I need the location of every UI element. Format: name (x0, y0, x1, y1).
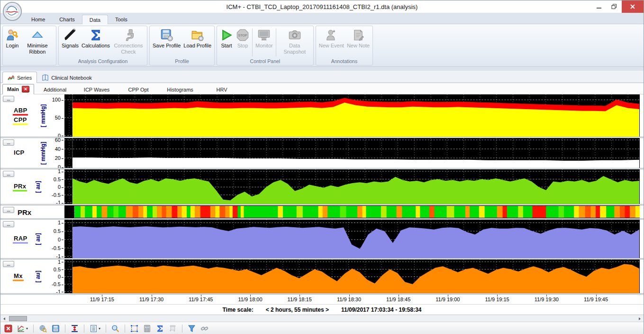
restore-button[interactable] (607, 0, 622, 13)
legend-item-cpp[interactable]: CPP (13, 116, 28, 125)
legend-item-abp[interactable]: ABP (13, 106, 28, 115)
plot-abp_cpp[interactable] (64, 94, 640, 137)
minimise-ribbon-icon (31, 28, 44, 42)
ribbon: LoginMinimise RibbonSignalsCalculationsC… (0, 24, 644, 67)
legend-item-prx[interactable]: PRx (13, 182, 27, 191)
y-tick-label: -1 (56, 200, 63, 204)
legend-color-line (13, 114, 28, 115)
signals-icon (63, 28, 77, 42)
panel-side-prx: ...PRx[ au]10.50-0.5-1 (0, 169, 64, 204)
x-axis-label: 11/9 18:45 (386, 297, 410, 302)
calculations-label: Calculations (82, 43, 110, 49)
signals-label: Signals (62, 43, 79, 49)
ribbon-tab-data[interactable]: Data (82, 15, 108, 24)
panel-options-button-prx_bar[interactable]: ... (3, 207, 14, 213)
y-axis-unit: [ au] (35, 181, 41, 193)
horizontal-scrollbar[interactable] (0, 315, 644, 322)
calculations-button[interactable]: Calculations (80, 27, 111, 58)
icm-plus-window: ICM+ - CTBI_TCD_Laptop_20170911161408_CT… (0, 0, 644, 334)
page-tab-cpp-opt[interactable]: CPP Opt (118, 85, 159, 94)
statistics-button[interactable] (155, 324, 165, 334)
icm-brain-logo-icon[interactable] (2, 1, 22, 21)
ribbon-tab-tools[interactable]: Tools (108, 15, 135, 24)
y-tick-label: -0.5 (52, 281, 63, 287)
save-profile-icon (160, 28, 173, 42)
calculator-icon (143, 325, 151, 333)
login-label: Login (6, 43, 19, 49)
close-chart-icon (4, 325, 12, 333)
panel-legend: PRx (13, 182, 27, 192)
plot-icp[interactable] (64, 138, 640, 168)
close-chart-button[interactable] (3, 324, 13, 334)
plot-rap[interactable] (64, 220, 640, 258)
chart-type-icon (17, 325, 25, 333)
start-label: Start (221, 43, 232, 49)
select-region-button[interactable] (129, 324, 139, 334)
dropdown-arrow-icon[interactable]: ▾ (99, 326, 100, 331)
view-tab-clinical-notebook[interactable]: Clinical Notebook (37, 72, 97, 83)
data-table-button[interactable]: ▾ (89, 324, 101, 334)
chart-type-button[interactable]: ▾ (16, 324, 29, 334)
view-tab-series[interactable]: Series (2, 72, 37, 83)
zoom-button[interactable] (110, 324, 120, 334)
time-scale-label: Time scale: (222, 306, 253, 313)
stop-icon: STOP (236, 28, 249, 42)
series-chart-icon (8, 74, 15, 81)
calculator-button[interactable] (142, 324, 152, 334)
y-tick-label: 0.5 (54, 267, 63, 272)
legend-color-line (13, 242, 28, 243)
close-button[interactable] (622, 0, 644, 13)
time-scale-range[interactable]: < 2 hours, 55 minutes > (266, 306, 329, 313)
close-tab-icon[interactable]: ✕ (22, 86, 29, 93)
legend-item-mx[interactable]: Mx (13, 272, 24, 281)
minimise-ribbon-label: Minimise Ribbon (22, 43, 53, 55)
legend-item-rap[interactable]: RAP (13, 234, 28, 243)
panel-options-button-prx[interactable]: ... (3, 171, 14, 177)
link-icon (200, 325, 209, 333)
panel-options-button-abp_cpp[interactable]: ... (3, 96, 14, 102)
plot-prx_bar[interactable] (64, 205, 640, 218)
plot-prx[interactable] (64, 169, 640, 204)
scroll-right-arrow-icon[interactable] (636, 315, 644, 322)
plot-mx[interactable] (64, 260, 640, 293)
ribbon-group-title (3, 58, 56, 65)
toolbar-separator (84, 325, 84, 333)
connections-check-label: Connections Check (113, 43, 144, 55)
minimise-ribbon-button[interactable]: Minimise Ribbon (20, 27, 54, 58)
y-tick-label: 1 (58, 260, 63, 265)
scrollbar-thumb[interactable] (9, 316, 27, 321)
y-tick-label: 100 (52, 97, 63, 102)
save-profile-button[interactable]: Save Profile (151, 27, 182, 58)
browse-button[interactable] (38, 324, 48, 334)
filter-button[interactable] (187, 324, 197, 334)
page-tab-main[interactable]: Main✕ (2, 84, 34, 94)
login-button[interactable]: Login (4, 27, 20, 58)
panel-side-prx_bar: ...PRx (0, 205, 64, 218)
data-snapshot-button: Data Snapshot (278, 27, 312, 58)
scroll-left-arrow-icon[interactable] (0, 315, 8, 322)
link-button[interactable] (200, 324, 209, 334)
page-tab-hrv[interactable]: HRV (201, 85, 243, 94)
ribbon-tab-home[interactable]: Home (24, 15, 52, 24)
page-tab-additional[interactable]: Additional (34, 85, 76, 94)
minimize-button[interactable] (591, 0, 607, 13)
y-axis-unit: [ au] (35, 233, 41, 245)
load-profile-button[interactable]: Load Profile (182, 27, 213, 58)
signals-button[interactable]: Signals (60, 27, 80, 58)
panel-options-button-icp[interactable]: ... (3, 139, 14, 146)
y-tick-label: 60 (55, 138, 63, 143)
ribbon-tab-charts[interactable]: Charts (52, 15, 82, 24)
page-tab-icp-waves[interactable]: ICP Waves (76, 85, 118, 94)
legend-item-icp[interactable]: ICP (13, 148, 26, 158)
new-note-label: New Note (347, 43, 370, 49)
dropdown-arrow-icon[interactable]: ▾ (26, 326, 28, 331)
fit-vertical-button[interactable] (70, 324, 80, 334)
ribbon-group-title: Analysis Configuration (59, 58, 147, 65)
panel-options-button-rap[interactable]: ... (3, 221, 14, 227)
panel-options-button-mx[interactable]: ... (3, 261, 14, 267)
save-button[interactable] (51, 324, 61, 334)
start-button[interactable]: Start (218, 27, 235, 58)
y-tick-label: -1 (56, 253, 63, 258)
page-tab-histograms[interactable]: Histograms (159, 85, 201, 94)
y-tick-label: -0.5 (52, 245, 63, 251)
